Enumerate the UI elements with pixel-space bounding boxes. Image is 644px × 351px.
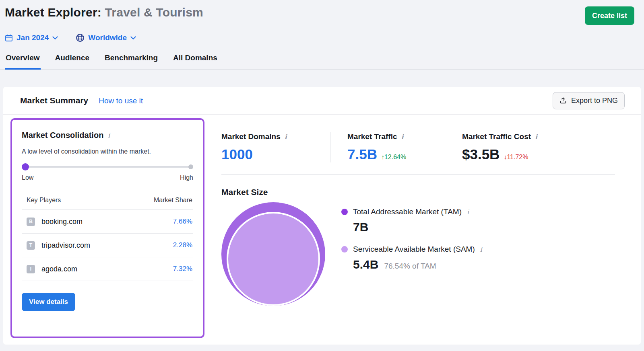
metric-change-value: 12.64% (384, 154, 406, 160)
sam-label: Serviceable Available Market (SAM) (353, 245, 475, 254)
table-row: T tripadvisor.com 2.28% (22, 234, 193, 257)
tam-dot-icon (341, 209, 348, 215)
scale-high-label: High (180, 174, 193, 181)
region-filter-label: Worldwide (88, 33, 127, 42)
page-title: Market Explorer: Travel & Tourism (5, 6, 203, 19)
tab-benchmarking[interactable]: Benchmarking (104, 52, 159, 70)
metric-change: ↓11.72% (504, 154, 528, 161)
region-filter[interactable]: Worldwide (76, 33, 136, 42)
info-icon[interactable] (285, 133, 287, 141)
slider-handle-low (22, 163, 29, 170)
metric-market-domains: Market Domains 1000 (221, 132, 330, 162)
info-icon[interactable] (535, 133, 537, 141)
slider-end-high (188, 164, 193, 169)
card-title: Market Summary (20, 96, 88, 105)
metric-label: Market Traffic (347, 132, 397, 141)
view-details-button[interactable]: View details (22, 293, 75, 311)
filters-row: Jan 2024 Worldwide (0, 32, 644, 43)
metric-label: Market Domains (221, 132, 281, 141)
table-row: I agoda.com 7.32% (22, 257, 193, 281)
calendar-icon (5, 34, 13, 42)
domain-favicon: T (27, 241, 35, 250)
consolidation-slider (22, 163, 193, 170)
info-icon[interactable] (467, 208, 469, 216)
column-key-players: Key Players (27, 197, 61, 204)
tab-overview[interactable]: Overview (5, 52, 41, 70)
tam-label: Total Addressable Market (TAM) (353, 207, 462, 216)
metric-market-traffic: Market Traffic 7.5B ↑12.64% (330, 132, 445, 162)
info-icon[interactable] (401, 133, 404, 141)
chevron-down-icon (52, 36, 58, 40)
export-icon (559, 97, 567, 104)
metric-value: $3.5B (462, 146, 500, 162)
key-player-share[interactable]: 7.32% (173, 265, 192, 273)
page-title-prefix: Market Explorer: (5, 6, 101, 19)
card-header: Market Summary How to use it Export to P… (3, 87, 641, 115)
tab-all-domains[interactable]: All Domains (172, 52, 218, 70)
card-body: Market Consolidation A low level of cons… (3, 115, 641, 338)
sam-dot-icon (341, 246, 348, 252)
metric-label: Market Traffic Cost (462, 132, 531, 141)
info-icon[interactable] (480, 246, 482, 253)
tab-audience[interactable]: Audience (54, 52, 91, 70)
consolidation-title: Market Consolidation (22, 131, 103, 140)
column-market-share: Market Share (154, 197, 192, 204)
export-png-button[interactable]: Export to PNG (553, 92, 625, 109)
sam-value: 5.4B (353, 258, 378, 271)
market-consolidation-panel: Market Consolidation A low level of cons… (10, 118, 204, 338)
market-size-bubble-chart (221, 202, 325, 308)
scale-low-label: Low (22, 174, 33, 181)
info-icon[interactable] (108, 131, 110, 139)
market-explorer-page: Market Explorer: Travel & Tourism Create… (0, 0, 644, 345)
table-row: B booking.com 7.66% (22, 210, 193, 234)
key-player-share[interactable]: 7.66% (173, 218, 192, 226)
arrow-up-icon: ↑ (381, 154, 384, 160)
metric-change: ↑12.64% (381, 154, 406, 161)
tam-value: 7B (353, 220, 482, 234)
market-size-section: Total Addressable Market (TAM) 7B Servic… (221, 202, 615, 308)
summary-right-column: Market Domains 1000 Market Traffic 7.5B … (204, 115, 641, 308)
key-player-domain: booking.com (41, 218, 83, 226)
section-divider (221, 174, 615, 175)
sam-percent-of-tam: 76.54% of TAM (384, 262, 436, 271)
create-list-button[interactable]: Create list (585, 6, 634, 25)
page-title-market: Travel & Tourism (105, 6, 203, 19)
metric-change-value: 11.72% (507, 154, 528, 160)
page-header: Market Explorer: Travel & Tourism Create… (0, 0, 644, 25)
date-filter[interactable]: Jan 2024 (5, 33, 58, 42)
export-button-label: Export to PNG (571, 96, 618, 105)
domain-favicon: I (27, 265, 35, 273)
market-size-title: Market Size (221, 187, 615, 197)
market-size-legend: Total Addressable Market (TAM) 7B Servic… (341, 202, 482, 308)
metric-value[interactable]: 1000 (221, 146, 330, 162)
slider-track (22, 166, 193, 168)
metric-market-traffic-cost: Market Traffic Cost $3.5B ↓11.72% (445, 132, 615, 162)
date-filter-label: Jan 2024 (17, 33, 49, 42)
sam-circle (227, 212, 320, 306)
globe-icon (76, 33, 85, 42)
key-players-table: Key Players Market Share B booking.com 7… (22, 197, 193, 281)
key-player-share[interactable]: 2.28% (173, 241, 192, 249)
key-player-domain: agoda.com (41, 265, 77, 273)
how-to-use-link[interactable]: How to use it (99, 96, 143, 105)
sam-legend-item: Serviceable Available Market (SAM) 5.4B … (341, 245, 482, 271)
tam-legend-item: Total Addressable Market (TAM) 7B (341, 207, 482, 234)
market-summary-card: Market Summary How to use it Export to P… (3, 87, 641, 345)
chevron-down-icon (130, 36, 136, 40)
tabs: Overview Audience Benchmarking All Domai… (0, 52, 644, 70)
metrics-row: Market Domains 1000 Market Traffic 7.5B … (221, 132, 615, 162)
consolidation-description: A low level of consolidation within the … (22, 148, 193, 155)
domain-favicon: B (27, 218, 35, 226)
metric-value[interactable]: 7.5B (347, 146, 377, 162)
key-player-domain: tripadvisor.com (41, 241, 90, 250)
